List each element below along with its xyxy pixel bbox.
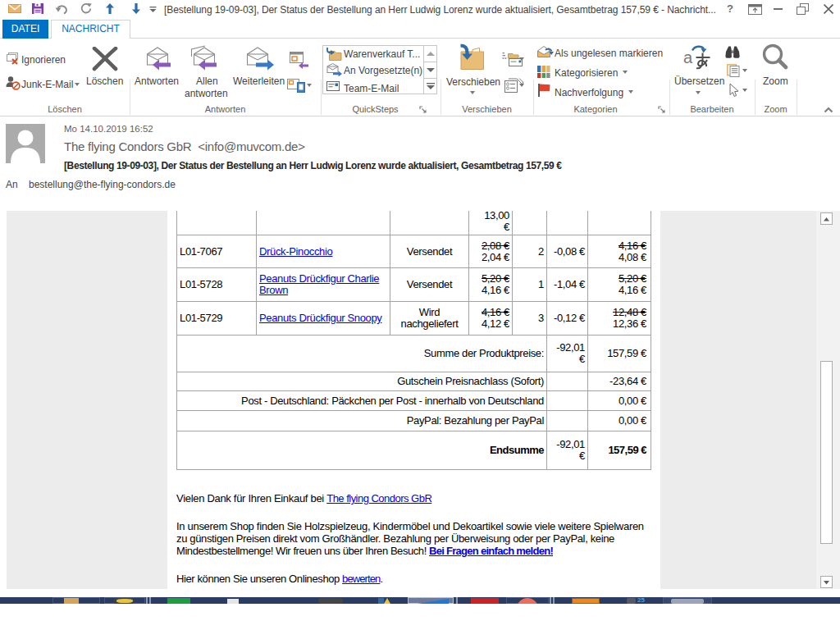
- svg-text:a: a: [683, 48, 693, 66]
